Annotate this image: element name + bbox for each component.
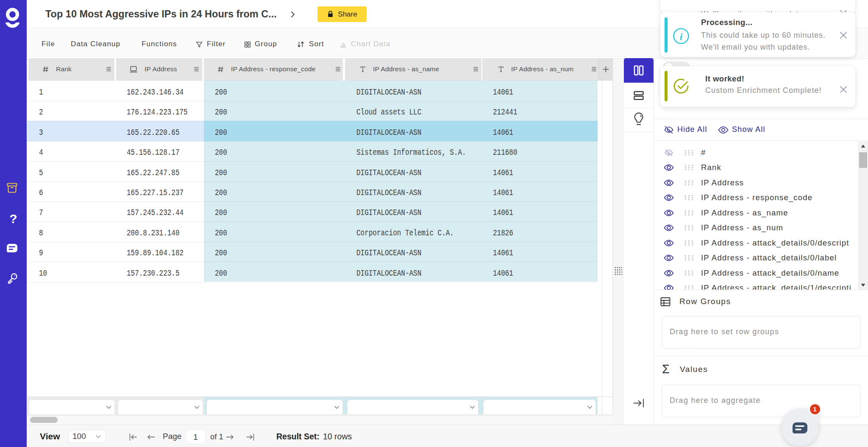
svg-text:i: i [680, 31, 683, 42]
